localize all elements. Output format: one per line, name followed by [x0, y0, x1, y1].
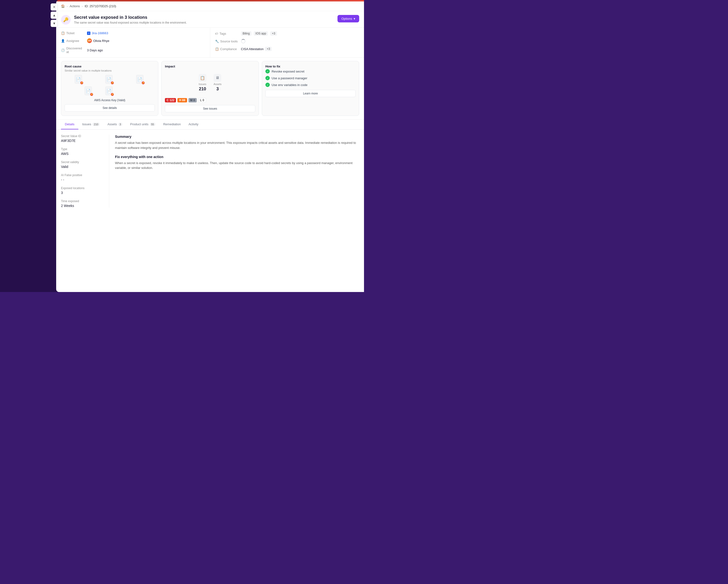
ticket-row: 📋 Ticket J Jira-168663 — [61, 30, 205, 37]
root-cause-subtitle: Similar secret value in multiple locatio… — [64, 69, 155, 72]
secret-validity-value: Valid — [61, 165, 104, 169]
secret-value-id-label: Secret Value ID — [61, 134, 104, 138]
ticket-label: 📋 Ticket — [61, 31, 85, 35]
file-badge-5: 🔑 — [111, 93, 114, 96]
secret-validity-label: Secret validity — [61, 161, 104, 164]
see-details-button[interactable]: See details — [64, 104, 155, 112]
tab-details[interactable]: Details — [61, 119, 78, 129]
source-value — [241, 39, 245, 44]
exposed-locations-label: Exposed locations — [61, 187, 104, 190]
fix-item-1-text: Revoke exposed secret — [272, 69, 305, 73]
panel-controls: ✕ ▲ ▼ — [51, 3, 58, 27]
tags-plus: +3 — [270, 31, 277, 36]
see-issues-button[interactable]: See issues — [165, 105, 255, 112]
tab-details-label: Details — [65, 122, 75, 126]
meta-left-col: 📋 Ticket J Jira-168663 👤 Assignee OR Oli… — [61, 28, 210, 57]
tab-assets[interactable]: Assets 3 — [104, 119, 126, 129]
details-left: Secret Value ID A9F3D7E Type AWS Secret … — [61, 134, 109, 208]
compliance-icon: 📋 — [215, 47, 219, 51]
issue-title-area: Secret value exposed in 3 locations The … — [74, 15, 334, 24]
how-to-fix-card: How to fix ✓ Revoke exposed secret ✓ Use… — [262, 61, 359, 116]
details-right: Summary A secret value has been exposed … — [109, 134, 359, 208]
close-button[interactable]: ✕ — [51, 3, 58, 10]
assignee-row: 👤 Assignee OR Olivia Rhye — [61, 37, 205, 45]
person-icon: 👤 — [61, 39, 65, 43]
learn-more-button[interactable]: Learn more — [265, 90, 356, 97]
severity-critical: C 122 — [165, 98, 176, 102]
tab-issues-label: Issues — [82, 122, 92, 126]
discovered-value: 3 Days ago — [87, 49, 103, 52]
tab-assets-label: Assets — [107, 122, 117, 126]
file-icon-1: 📄 🔑 — [75, 75, 83, 85]
issues-stat: 📋 Issues 210 — [199, 74, 206, 91]
assets-label: Assets — [214, 83, 222, 86]
file-badge-3: 🔑 — [141, 81, 145, 85]
tab-issues-count: 210 — [92, 122, 100, 126]
ticket-value[interactable]: J Jira-168663 — [87, 31, 108, 35]
tag-icon: 🏷 — [215, 32, 218, 35]
tab-remediation[interactable]: Remediation — [159, 119, 185, 129]
tab-activity[interactable]: Activity — [185, 119, 202, 129]
discovered-label: 🕐 Discovered at — [61, 47, 85, 54]
field-ai-false-positive: AI False positive - - — [61, 173, 104, 182]
file-badge-4: 🔑 — [90, 93, 93, 96]
issues-value: 210 — [199, 86, 206, 91]
assignee-avatar: OR — [87, 38, 92, 43]
breadcrumb-actions[interactable]: Actions — [70, 4, 80, 8]
tab-product-units[interactable]: Product units 55 — [126, 119, 159, 129]
root-cause-title: Root cause — [64, 64, 155, 68]
compliance-row: 📋 Compliance CISA Attestation +3 — [215, 45, 359, 53]
compliance-label: 📋 Compliance — [215, 47, 239, 51]
options-label: Options — [341, 17, 352, 21]
tab-activity-label: Activity — [188, 122, 199, 126]
ai-fp-label: AI False positive — [61, 173, 104, 177]
tags-row: 🏷 Tags Biling IOS app +3 — [215, 30, 359, 37]
summary-title: Summary — [115, 134, 359, 139]
summary-text: A secret value has been exposed across m… — [115, 140, 359, 150]
discovered-row: 🕐 Discovered at 3 Days ago — [61, 45, 205, 55]
file-icon-2: 📄 🔑 — [105, 75, 114, 85]
fix-everything-text: When a secret is exposed, revoke it imme… — [115, 161, 359, 171]
time-exposed-label: Time exposed — [61, 199, 104, 203]
severity-badges: C 122 H 88 M 0 L 0 — [165, 98, 255, 103]
severity-low: L 0 — [198, 98, 206, 103]
check-icon-2: ✓ — [265, 76, 270, 80]
issue-subtitle: The same secret value was found exposed … — [74, 21, 334, 24]
breadcrumb-sep-1: › — [67, 5, 68, 8]
tools-icon: 🔧 — [215, 39, 219, 43]
home-icon[interactable]: 🏠 — [61, 4, 65, 8]
field-time-exposed: Time exposed 2 Weeks — [61, 199, 104, 208]
tab-issues[interactable]: Issues 210 — [78, 119, 104, 129]
collapse-up-button[interactable]: ▲ — [51, 11, 58, 19]
assets-stat: 🖥 Assets 3 — [214, 74, 222, 91]
impact-card: Impact 📋 Issues 210 🖥 Assets 3 C 122 H 8… — [161, 61, 259, 116]
file-badge-2: 🔑 — [111, 81, 114, 85]
fix-everything-title: Fix everything with one action — [115, 155, 359, 159]
issue-header: 🔑 Secret value exposed in 3 locations Th… — [56, 11, 364, 28]
jira-icon: J — [87, 32, 90, 35]
exposed-locations-value: 3 — [61, 191, 104, 195]
how-to-fix-title: How to fix — [265, 64, 356, 68]
file-icon-3: 📄 🔑 — [136, 75, 145, 85]
time-exposed-value: 2 Weeks — [61, 204, 104, 208]
issue-title: Secret value exposed in 3 locations — [74, 15, 334, 20]
issue-icon: 🔑 — [61, 15, 71, 25]
clock-icon: 🕐 — [61, 49, 65, 52]
type-label: Type — [61, 147, 104, 151]
fix-item-2-text: Use a password manager — [272, 76, 307, 80]
compliance-value: CISA Attestation +3 — [241, 47, 272, 51]
ai-fp-value: - - — [61, 178, 104, 182]
issue-panel: 🏠 › Actions › ID: 2571D70D25 (210) 🔑 Sec… — [56, 0, 364, 292]
assets-icon: 🖥 — [214, 74, 221, 82]
collapse-down-button[interactable]: ▼ — [51, 20, 58, 27]
tabs-bar: Details Issues 210 Assets 3 Product unit… — [56, 119, 364, 130]
options-button[interactable]: Options ▾ — [337, 15, 359, 22]
tags-label: 🏷 Tags — [215, 32, 239, 35]
fix-item-3-text: Use env variables in code — [272, 83, 308, 87]
breadcrumb-current-id: ID: 2571D70D25 (210) — [85, 4, 116, 8]
issues-label: Issues — [199, 83, 206, 86]
assignee-label: 👤 Assignee — [61, 39, 85, 43]
tab-assets-count: 3 — [118, 122, 123, 126]
breadcrumb: 🏠 › Actions › ID: 2571D70D25 (210) — [56, 1, 364, 11]
field-type: Type AWS — [61, 147, 104, 156]
